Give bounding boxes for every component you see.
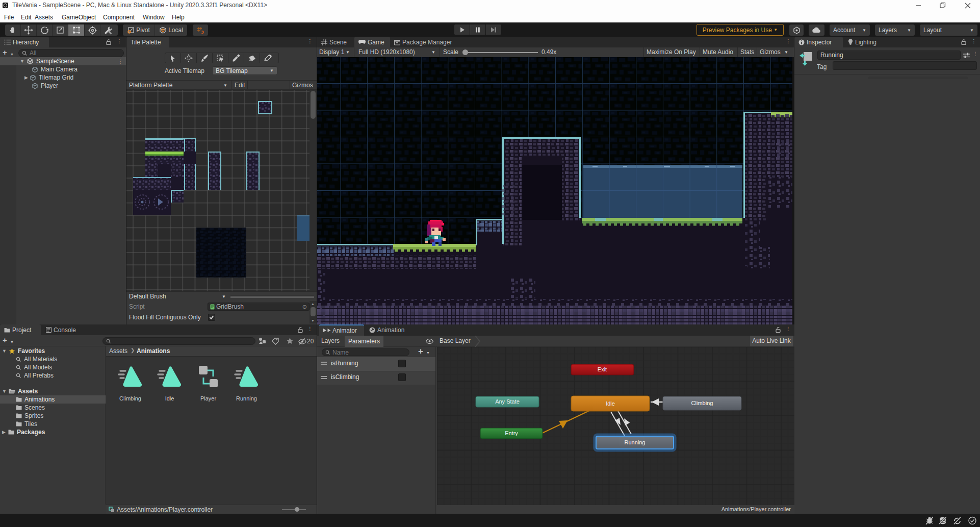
- svg-text:Idle: Idle: [606, 400, 615, 407]
- svg-text:Entry: Entry: [505, 430, 518, 436]
- svg-text:Animations/Player.controller: Animations/Player.controller: [721, 506, 791, 512]
- svg-text:Any State: Any State: [495, 398, 520, 405]
- svg-text:Exit: Exit: [598, 366, 607, 372]
- svg-text:Climbing: Climbing: [691, 400, 713, 406]
- svg-text:Running: Running: [625, 439, 646, 445]
